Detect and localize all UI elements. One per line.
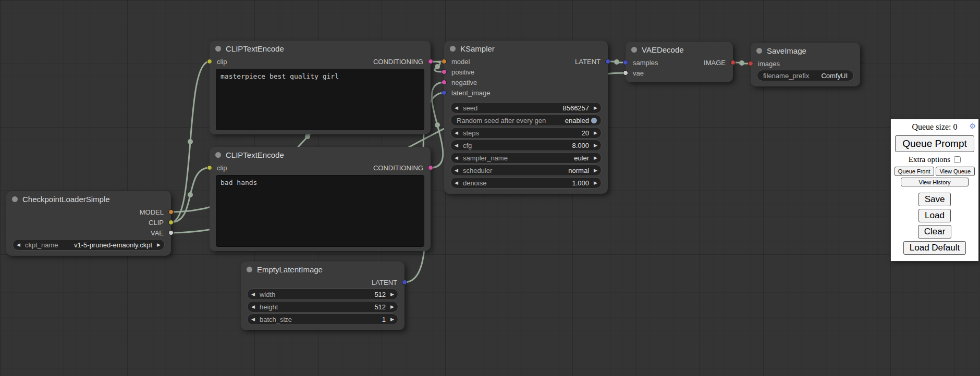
node-title-bar[interactable]: CheckpointLoaderSimple — [6, 191, 171, 207]
clip-output-port[interactable] — [168, 220, 174, 225]
images-input-port[interactable] — [748, 61, 753, 66]
slot-label: IMAGE — [704, 59, 726, 67]
slot-row: model LATENT — [444, 56, 608, 67]
slot-row: negative — [444, 77, 608, 87]
widget-increment-icon[interactable] — [594, 143, 597, 148]
cfg-number-widget[interactable]: cfg 8.000 — [450, 140, 602, 151]
node-title-bar[interactable]: SaveImage — [751, 43, 860, 58]
widget-increment-icon[interactable] — [594, 181, 597, 185]
latent-image-input-port[interactable] — [442, 90, 447, 95]
node-ksampler[interactable]: KSampler model LATENT positive negative … — [444, 41, 608, 194]
node-clip-text-encode-positive[interactable]: CLIPTextEncode clip CONDITIONING masterp… — [210, 41, 431, 134]
width-number-widget[interactable]: width 512 — [247, 289, 398, 300]
negative-input-port[interactable] — [442, 80, 447, 85]
latent-output-port[interactable] — [402, 280, 407, 285]
node-clip-text-encode-negative[interactable]: CLIPTextEncode clip CONDITIONING bad han… — [210, 147, 431, 251]
slot-row: samples IMAGE — [626, 57, 733, 68]
collapse-dot-icon[interactable] — [215, 46, 221, 52]
widget-decrement-icon[interactable] — [455, 106, 458, 110]
node-title-bar[interactable]: CLIPTextEncode — [210, 41, 431, 56]
collapse-dot-icon[interactable] — [247, 267, 252, 272]
vae-input-port[interactable] — [623, 70, 628, 76]
settings-gear-icon[interactable] — [969, 122, 976, 131]
filename-prefix-widget[interactable]: filename_prefix ComfyUI — [757, 70, 854, 81]
model-input-port[interactable] — [442, 59, 447, 64]
collapse-dot-icon[interactable] — [631, 47, 637, 53]
positive-prompt-textarea[interactable]: masterpiece best quality girl — [216, 69, 424, 130]
load-default-button[interactable]: Load Default — [903, 241, 966, 255]
comfy-menu-panel: Queue size: 0 Queue Prompt Extra options… — [890, 119, 979, 261]
node-save-image[interactable]: SaveImage images filename_prefix ComfyUI — [751, 43, 860, 86]
collapse-dot-icon[interactable] — [215, 152, 221, 158]
widget-increment-icon[interactable] — [594, 168, 597, 173]
toggle-on-dot-icon[interactable] — [591, 118, 597, 123]
samples-input-port[interactable] — [623, 60, 628, 65]
widget-label: cfg — [463, 142, 472, 149]
widget-decrement-icon[interactable] — [251, 317, 255, 322]
clip-input-port[interactable] — [207, 59, 212, 64]
node-checkpoint-loader[interactable]: CheckpointLoaderSimple MODEL CLIP VAE ck… — [6, 191, 171, 256]
widget-decrement-icon[interactable] — [455, 131, 458, 135]
clear-button[interactable]: Clear — [918, 225, 952, 239]
queue-front-button[interactable]: Queue Front — [895, 167, 934, 176]
load-button[interactable]: Load — [918, 209, 951, 222]
slot-label: model — [451, 58, 470, 66]
vae-output-port[interactable] — [168, 230, 174, 235]
clip-input-port[interactable] — [207, 165, 212, 170]
widget-label: height — [260, 303, 278, 311]
conditioning-output-port[interactable] — [428, 59, 433, 64]
latent-output-port[interactable] — [605, 59, 610, 64]
slot-label: images — [758, 60, 780, 68]
widget-decrement-icon[interactable] — [455, 181, 458, 185]
widget-increment-icon[interactable] — [390, 317, 394, 322]
widget-decrement-icon[interactable] — [455, 168, 458, 173]
steps-number-widget[interactable]: steps 20 — [450, 127, 602, 139]
height-number-widget[interactable]: height 512 — [247, 301, 398, 312]
node-title-bar[interactable]: KSampler — [444, 41, 608, 56]
collapse-dot-icon[interactable] — [756, 48, 762, 54]
view-history-button[interactable]: View History — [901, 178, 969, 186]
widget-increment-icon[interactable] — [157, 243, 161, 247]
node-vae-decode[interactable]: VAEDecode samples IMAGE vae — [626, 42, 733, 82]
widget-value: ComfyUI — [821, 72, 848, 80]
view-queue-button[interactable]: View Queue — [936, 167, 975, 176]
node-empty-latent-image[interactable]: EmptyLatentImage LATENT width 512 height… — [241, 261, 405, 330]
widget-increment-icon[interactable] — [594, 106, 597, 110]
conditioning-output-port[interactable] — [428, 165, 433, 170]
slot-label: latent_image — [451, 89, 490, 97]
node-title: VAEDecode — [642, 45, 684, 54]
random-seed-toggle-widget[interactable]: Random seed after every gen enabled — [450, 115, 602, 126]
graph-canvas[interactable]: CheckpointLoaderSimple MODEL CLIP VAE ck… — [0, 0, 980, 376]
slot-row: VAE — [6, 228, 171, 238]
scheduler-combo-widget[interactable]: scheduler normal — [450, 165, 602, 176]
widget-decrement-icon[interactable] — [17, 243, 20, 247]
queue-prompt-button[interactable]: Queue Prompt — [895, 135, 974, 152]
collapse-dot-icon[interactable] — [450, 46, 456, 52]
extra-options-checkbox[interactable] — [954, 156, 961, 163]
node-title-bar[interactable]: EmptyLatentImage — [241, 261, 405, 277]
save-button[interactable]: Save — [918, 193, 951, 206]
node-title-bar[interactable]: CLIPTextEncode — [210, 147, 431, 162]
widget-increment-icon[interactable] — [390, 305, 394, 309]
negative-prompt-textarea[interactable]: bad hands — [216, 175, 424, 247]
widget-decrement-icon[interactable] — [251, 292, 255, 297]
positive-input-port[interactable] — [442, 69, 447, 74]
seed-number-widget[interactable]: seed 8566257 — [450, 102, 602, 114]
widget-increment-icon[interactable] — [594, 156, 597, 160]
widget-decrement-icon[interactable] — [251, 305, 255, 309]
queue-size-label: Queue size: 0 — [912, 122, 957, 131]
sampler-name-combo-widget[interactable]: sampler_name euler — [450, 152, 602, 164]
collapse-dot-icon[interactable] — [12, 196, 18, 202]
widget-decrement-icon[interactable] — [455, 143, 458, 148]
widget-value: euler — [574, 154, 589, 162]
node-title: SaveImage — [767, 46, 806, 55]
widget-increment-icon[interactable] — [594, 131, 597, 135]
node-title-bar[interactable]: VAEDecode — [626, 42, 733, 57]
model-output-port[interactable] — [168, 209, 174, 215]
batch-size-number-widget[interactable]: batch_size 1 — [247, 314, 398, 325]
ckpt-name-combo-widget[interactable]: ckpt_name v1-5-pruned-emaonly.ckpt — [13, 239, 165, 250]
widget-increment-icon[interactable] — [390, 292, 394, 297]
widget-decrement-icon[interactable] — [455, 156, 458, 160]
image-output-port[interactable] — [730, 60, 736, 65]
denoise-number-widget[interactable]: denoise 1.000 — [450, 177, 602, 189]
